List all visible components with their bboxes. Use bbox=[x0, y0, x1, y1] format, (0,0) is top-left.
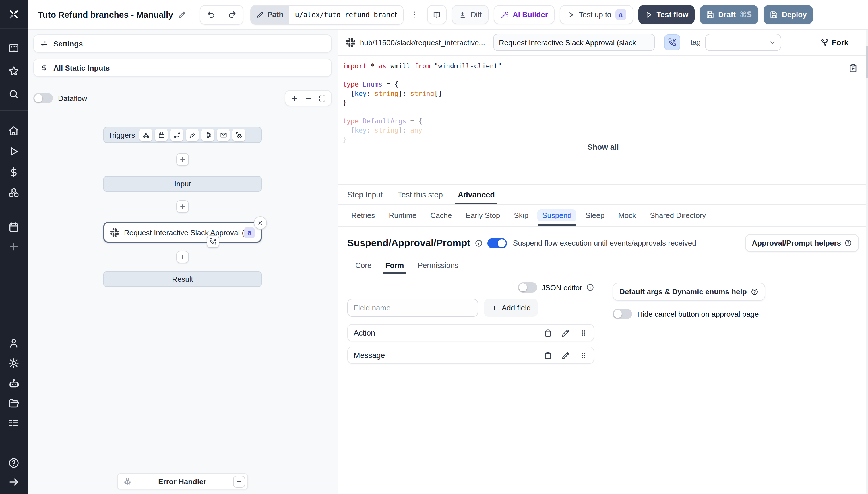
result-node[interactable]: Result bbox=[103, 271, 262, 287]
field-name-input[interactable] bbox=[347, 299, 478, 317]
ai-builder-button[interactable]: AI Builder bbox=[494, 5, 555, 24]
create-plus-icon[interactable] bbox=[8, 241, 19, 252]
folders-icon[interactable] bbox=[8, 398, 19, 409]
show-all-button[interactable]: Show all bbox=[338, 143, 868, 151]
help-icon[interactable] bbox=[8, 457, 19, 469]
json-editor-toggle[interactable] bbox=[518, 282, 537, 292]
tab-permissions[interactable]: Permissions bbox=[418, 257, 458, 274]
favorites-star-icon[interactable] bbox=[8, 65, 19, 77]
suspend-toggle[interactable] bbox=[488, 238, 507, 248]
subtab-early-stop[interactable]: Early Stop bbox=[462, 205, 504, 226]
subtab-mock[interactable]: Mock bbox=[614, 205, 640, 226]
hub-script-path[interactable]: hub/11500/slack/request_interactive... bbox=[360, 38, 485, 47]
undo-button[interactable] bbox=[200, 5, 221, 24]
settings-gear-icon[interactable] bbox=[8, 358, 19, 369]
flow-title: Tuto Refund branches - Manually bbox=[38, 10, 173, 19]
tab-test-this-step[interactable]: Test this step bbox=[398, 185, 443, 204]
flow-settings-button[interactable]: Settings bbox=[33, 34, 332, 53]
drag-field-grip-icon[interactable] bbox=[579, 351, 588, 359]
form-field-row-message[interactable]: Message bbox=[347, 346, 594, 364]
more-menu-kebab-icon[interactable] bbox=[407, 5, 422, 24]
suspend-phone-button[interactable] bbox=[664, 34, 680, 51]
add-error-handler-button[interactable] bbox=[233, 475, 245, 488]
logs-list-icon[interactable] bbox=[8, 417, 19, 429]
form-field-row-action[interactable]: Action bbox=[347, 324, 594, 341]
test-up-to-button[interactable]: Test up toa bbox=[560, 5, 633, 24]
edit-field-pencil-icon[interactable] bbox=[561, 328, 570, 337]
subtab-runtime[interactable]: Runtime bbox=[385, 205, 421, 226]
schedule-trigger-icon[interactable] bbox=[155, 129, 168, 141]
redo-button[interactable] bbox=[221, 5, 243, 24]
add-field-button[interactable]: Add field bbox=[484, 299, 538, 317]
user-icon[interactable] bbox=[8, 337, 19, 349]
hide-cancel-toggle[interactable] bbox=[612, 309, 632, 319]
tab-form[interactable]: Form bbox=[385, 257, 404, 274]
zoom-out-button[interactable] bbox=[301, 91, 315, 105]
expand-sidebar-icon[interactable] bbox=[8, 476, 19, 488]
default-args-help-button[interactable]: Default args & Dynamic enums help bbox=[612, 283, 765, 301]
windmill-logo[interactable] bbox=[0, 0, 27, 29]
error-handler-node[interactable]: Error Handler bbox=[117, 473, 248, 489]
subtab-skip[interactable]: Skip bbox=[510, 205, 533, 226]
info-icon[interactable] bbox=[475, 239, 483, 247]
email-trigger-icon[interactable] bbox=[217, 129, 229, 141]
search-icon[interactable] bbox=[8, 88, 19, 100]
fork-button[interactable]: Fork bbox=[820, 38, 849, 47]
json-editor-row: JSON editor bbox=[347, 282, 594, 292]
selected-step-node[interactable]: Request Interactive Slack Approval (... … bbox=[103, 222, 262, 243]
diff-button[interactable]: Diff bbox=[452, 5, 489, 24]
subtab-shared-directory[interactable]: Shared Directory bbox=[646, 205, 710, 226]
info-icon[interactable] bbox=[586, 283, 594, 291]
tag-select[interactable] bbox=[705, 34, 781, 51]
error-handler-label: Error Handler bbox=[131, 477, 233, 486]
workers-robot-icon[interactable] bbox=[8, 378, 19, 389]
fit-view-button[interactable] bbox=[315, 91, 329, 105]
scrollbar-thumb[interactable] bbox=[866, 46, 868, 78]
variables-dollar-icon[interactable] bbox=[8, 166, 19, 178]
delete-field-trash-icon[interactable] bbox=[544, 328, 552, 337]
step-summary-input[interactable] bbox=[493, 34, 655, 51]
input-node[interactable]: Input bbox=[103, 176, 262, 192]
schedules-calendar-icon[interactable] bbox=[8, 222, 19, 233]
delete-step-button[interactable] bbox=[254, 216, 267, 229]
tab-step-input[interactable]: Step Input bbox=[347, 185, 383, 204]
http-route-trigger-icon[interactable] bbox=[170, 129, 183, 141]
runs-play-icon[interactable] bbox=[8, 146, 19, 157]
delete-field-trash-icon[interactable] bbox=[544, 351, 552, 359]
subtab-cache[interactable]: Cache bbox=[426, 205, 456, 226]
hide-cancel-row: Hide cancel button on approval page bbox=[612, 309, 765, 319]
docs-book-button[interactable] bbox=[427, 5, 447, 24]
subtab-retries[interactable]: Retries bbox=[347, 205, 379, 226]
tab-advanced[interactable]: Advanced bbox=[458, 185, 495, 204]
triggers-node[interactable]: Triggers bbox=[103, 127, 262, 143]
path-input[interactable] bbox=[289, 5, 403, 24]
dataflow-toggle[interactable] bbox=[33, 93, 53, 103]
approval-prompt-helpers-button[interactable]: Approval/Prompt helpers bbox=[745, 234, 859, 252]
home-icon[interactable] bbox=[8, 125, 19, 136]
draft-button[interactable]: Draft⌘S bbox=[700, 5, 758, 24]
deploy-button[interactable]: Deploy bbox=[763, 5, 813, 24]
scrollbar[interactable] bbox=[866, 30, 868, 494]
insert-step-button[interactable] bbox=[176, 251, 189, 263]
zoom-in-button[interactable] bbox=[288, 91, 301, 105]
flow-graph-canvas[interactable]: Triggers Input Request Int bbox=[27, 106, 337, 494]
resources-boxes-icon[interactable] bbox=[8, 187, 19, 198]
subtab-suspend[interactable]: Suspend bbox=[538, 205, 576, 226]
insert-step-button[interactable] bbox=[176, 153, 189, 166]
websocket-trigger-icon[interactable] bbox=[186, 129, 199, 141]
apps-icon[interactable] bbox=[8, 42, 19, 54]
edit-title-pencil-icon[interactable] bbox=[178, 11, 186, 19]
test-flow-button[interactable]: Test flow bbox=[639, 5, 695, 24]
path-label[interactable]: Path bbox=[251, 5, 289, 24]
subtab-sleep[interactable]: Sleep bbox=[581, 205, 609, 226]
copy-code-clipboard-icon[interactable] bbox=[849, 64, 858, 73]
code-editor[interactable]: import * as wmill from "windmill-client"… bbox=[338, 56, 868, 184]
insert-step-button[interactable] bbox=[176, 200, 189, 213]
drag-field-grip-icon[interactable] bbox=[579, 328, 588, 337]
all-static-inputs-button[interactable]: All Static Inputs bbox=[33, 58, 332, 77]
scheduled-poll-trigger-icon[interactable] bbox=[233, 129, 245, 141]
kafka-trigger-icon[interactable] bbox=[202, 129, 214, 141]
edit-field-pencil-icon[interactable] bbox=[561, 351, 570, 359]
tab-core[interactable]: Core bbox=[355, 257, 371, 274]
webhook-trigger-icon[interactable] bbox=[140, 129, 152, 141]
